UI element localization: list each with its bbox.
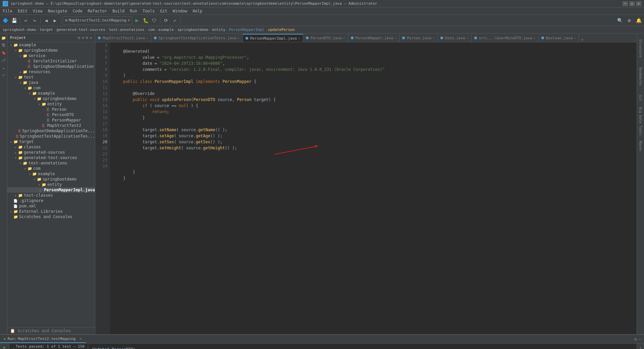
- tree-arrow[interactable]: ▾: [18, 161, 23, 165]
- tree-arrow[interactable]: ▾: [23, 86, 28, 90]
- tree-item-PersonDTO[interactable]: CPersonDTO: [7, 112, 95, 117]
- menu-item-view[interactable]: View: [30, 7, 45, 15]
- tree-arrow[interactable]: ▸: [13, 194, 18, 197]
- tab-close-mapstructtest2[interactable]: ✕: [146, 36, 148, 40]
- run-settings-icon[interactable]: ⚙: [635, 337, 637, 342]
- tree-item-springbootdemo[interactable]: ▾📁springbootdemo: [7, 96, 95, 101]
- tab-close-person[interactable]: ✕: [433, 36, 435, 40]
- tree-item-example[interactable]: ▾📁example: [7, 171, 95, 177]
- tree-item-generatedtestsources[interactable]: ▾📁generated-test-sources: [7, 155, 95, 160]
- tree-item-com[interactable]: ▾📁com: [7, 85, 95, 91]
- tree-item-ExternalLibraries[interactable]: ▸📁External Libraries: [7, 209, 95, 214]
- navigate-back-button[interactable]: ◀: [42, 16, 50, 24]
- structure-right-toggle[interactable]: Structure: [637, 35, 644, 62]
- bigdata-right-toggle[interactable]: Big Data Tools: [637, 106, 644, 136]
- tab-springboottestapplicationtests[interactable]: SpringbootTestApplicationTests.java ✕: [151, 34, 243, 42]
- menu-item-code[interactable]: Code: [70, 7, 85, 15]
- structure-panel-toggle[interactable]: 🏗: [1, 42, 7, 48]
- tree-item-classes[interactable]: ▸📁classes: [7, 144, 95, 150]
- maximize-button[interactable]: □: [629, 1, 635, 6]
- tree-arrow[interactable]: ▸: [9, 210, 13, 213]
- run-minimize-icon[interactable]: —: [639, 337, 641, 342]
- tree-arrow[interactable]: ▾: [28, 92, 32, 95]
- tab-close-personmapper[interactable]: ✕: [394, 36, 396, 40]
- breadcrumb-target[interactable]: target: [40, 28, 53, 32]
- tab-mapstructtest2[interactable]: MapStructTest2.java ✕: [95, 34, 151, 42]
- menu-item-git[interactable]: Git: [157, 7, 170, 15]
- run-play-button[interactable]: ▶: [2, 345, 8, 349]
- tree-arrow[interactable]: ▸: [13, 151, 18, 154]
- tree-arrow[interactable]: ▾: [32, 178, 37, 181]
- run-config-dropdown[interactable]: ⚙ MapStructTest2.testMapping ▾: [63, 16, 132, 24]
- tree-item-generatedsources[interactable]: ▸📁generated-sources: [7, 150, 95, 155]
- run-coverage-button[interactable]: 🛡: [150, 16, 158, 24]
- tree-item-resources[interactable]: ▸📁resources: [7, 69, 95, 74]
- tab-persondto[interactable]: PersonDTO.java ✕: [303, 34, 348, 42]
- bookmarks-right-toggle[interactable]: Bookmarks: [637, 63, 644, 90]
- updates-button[interactable]: 🔔: [635, 16, 643, 24]
- menu-item-window[interactable]: Window: [170, 7, 190, 15]
- menu-item-build[interactable]: Build: [110, 7, 127, 15]
- tree-item-target[interactable]: ▸📁target: [7, 139, 95, 144]
- git-right-toggle[interactable]: Git: [637, 91, 644, 105]
- tree-item-gitignore[interactable]: 📄.gitignore: [7, 198, 95, 203]
- aws-panel-toggle[interactable]: ☁: [1, 64, 7, 70]
- tree-arrow[interactable]: ▾: [23, 167, 28, 170]
- tree-arrow[interactable]: ▸: [9, 140, 13, 144]
- run-tab-close[interactable]: ✕: [79, 337, 82, 341]
- breadcrumb-updateperson[interactable]: updatePerson: [268, 28, 294, 32]
- tab-userroledto[interactable]: src\...\UserRoleDTO.java ✕: [472, 34, 539, 42]
- menu-item-edit[interactable]: Edit: [15, 7, 30, 15]
- tab-boolean[interactable]: Boolean.java ✕: [539, 34, 579, 42]
- undo-button[interactable]: ↩: [22, 16, 30, 24]
- tree-arrow[interactable]: ▾: [37, 102, 42, 106]
- run-scroll-up[interactable]: ↑: [638, 345, 644, 349]
- tree-item-ServletInitializer[interactable]: CServletInitializer: [7, 58, 95, 64]
- tree-arrow[interactable]: ▾: [37, 183, 42, 187]
- maven-right-toggle[interactable]: Maven: [637, 138, 644, 154]
- tab-close-springboottestapplicationtests[interactable]: ✕: [238, 36, 240, 40]
- tree-item-test[interactable]: ▾📁test: [7, 74, 95, 80]
- tab-close-date[interactable]: ✕: [467, 36, 469, 40]
- breadcrumb-springbootdemo[interactable]: springbootdemo: [177, 28, 209, 32]
- tree-item-SpringbootTestApplicationTes[interactable]: CSpringbootTestApplicationTes...: [7, 134, 95, 139]
- run-tab-active[interactable]: ▶ Run: MapStructTest2.testMapping ✕: [0, 335, 86, 343]
- tree-arrow[interactable]: ▾: [13, 49, 18, 52]
- breadcrumb-test-annotations[interactable]: test-annotations: [109, 28, 145, 32]
- bookmarks-panel-toggle[interactable]: 🔖: [1, 50, 7, 56]
- tree-item-Person[interactable]: CPerson: [7, 107, 95, 112]
- tree-arrow[interactable]: ▾: [18, 54, 23, 58]
- tree-arrow[interactable]: ▾: [32, 97, 37, 101]
- tree-item-com[interactable]: ▾📁com: [7, 166, 95, 171]
- menu-item-run[interactable]: Run: [127, 7, 140, 15]
- code-area[interactable]: @Generated( value = "org.mapstruct.ap.Ma…: [110, 42, 637, 334]
- minimize-button[interactable]: ─: [623, 1, 628, 6]
- breadcrumb-entity[interactable]: entity: [212, 28, 225, 32]
- breadcrumb-com[interactable]: com: [148, 28, 155, 32]
- tree-arrow[interactable]: ▾: [9, 43, 13, 47]
- project-panel-toggle[interactable]: 📁: [1, 35, 7, 41]
- save-button[interactable]: 💾: [10, 16, 18, 24]
- project-collapse-button[interactable]: ⊖: [82, 35, 85, 40]
- jrebel-toggle[interactable]: ↺: [1, 72, 7, 78]
- project-close-button[interactable]: ✕: [90, 35, 92, 40]
- tree-item-entity[interactable]: ▾📁entity: [7, 182, 95, 187]
- tree-arrow[interactable]: ▾: [13, 156, 18, 160]
- project-settings-button[interactable]: ≡: [78, 35, 80, 40]
- tree-item-example[interactable]: ▾📁example: [7, 91, 95, 96]
- scratches-and-consoles[interactable]: 📋 Scratches and Consoles: [7, 327, 95, 334]
- tree-item-testannotations[interactable]: ▾📁test-annotations: [7, 160, 95, 166]
- tab-close-boolean[interactable]: ✕: [574, 36, 576, 40]
- tree-arrow[interactable]: ▾: [28, 172, 32, 176]
- tab-date[interactable]: Date.java ✕: [438, 34, 472, 42]
- navigate-forward-button[interactable]: ▶: [51, 16, 59, 24]
- project-expand-button[interactable]: ⊕: [86, 35, 88, 40]
- git-commit-button[interactable]: ✓: [171, 16, 179, 24]
- tree-arrow[interactable]: ▾: [13, 76, 18, 79]
- menu-item-navigate[interactable]: Navigate: [45, 7, 70, 15]
- tree-item-MapStructTest2[interactable]: CMapStructTest2: [7, 123, 95, 128]
- tree-item-example[interactable]: ▾📁example: [7, 42, 95, 48]
- tree-item-testclasses[interactable]: ▸📁test-classes: [7, 193, 95, 198]
- more-tabs-button[interactable]: »: [579, 37, 585, 42]
- tab-person[interactable]: Person.java ✕: [399, 34, 438, 42]
